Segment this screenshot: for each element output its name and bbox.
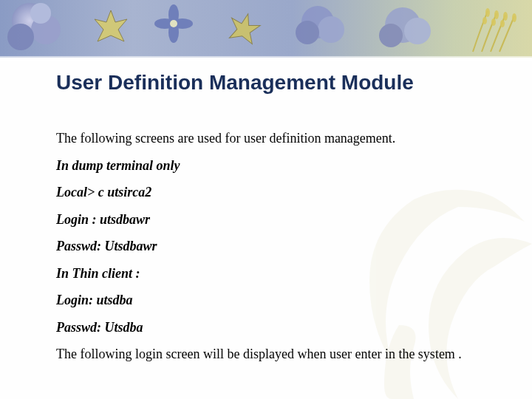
svg-point-11 [318,16,344,43]
svg-point-16 [485,8,490,17]
svg-point-4 [30,3,51,24]
svg-point-12 [296,21,319,44]
body-line: In dump terminal only [56,157,499,174]
svg-point-3 [7,24,34,50]
svg-rect-0 [0,0,532,58]
svg-point-20 [482,17,487,24]
page-title: User Definition Management Module [56,71,499,95]
svg-point-22 [500,20,505,27]
svg-point-9 [170,20,177,27]
body-line: Passwd: Utsdbawr [56,238,499,255]
svg-point-21 [491,18,496,26]
svg-point-19 [512,13,516,22]
body-line: In Thin client : [56,265,499,282]
outro-text: The following login screen will be displ… [56,346,499,363]
svg-point-17 [494,10,499,19]
intro-text: The following screens are used for user … [56,130,499,147]
decorative-banner [0,0,532,61]
slide-content: User Definition Management Module The fo… [56,71,499,373]
body-text: The following screens are used for user … [56,130,499,363]
body-line: Passwd: Utsdba [56,319,499,336]
body-line: Login: utsdba [56,292,499,309]
svg-point-18 [503,12,508,21]
body-line: Login : utsdbawr [56,211,499,228]
svg-point-15 [379,24,403,47]
svg-point-14 [404,18,431,44]
body-line: Local> c utsirca2 [56,184,499,201]
svg-rect-23 [0,56,532,61]
